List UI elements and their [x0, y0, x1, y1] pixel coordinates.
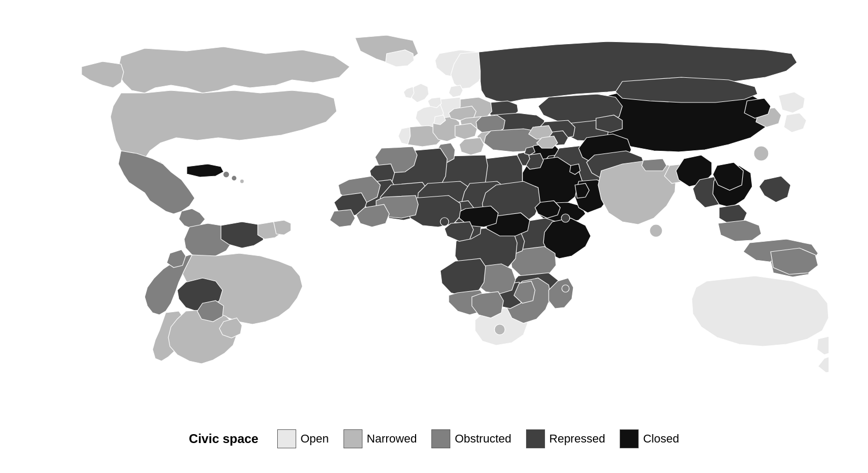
map-legend: Civic space Open Narrowed Obstructed Rep…: [189, 429, 679, 448]
open-label: Open: [300, 432, 329, 446]
legend-title: Civic space: [189, 431, 258, 446]
svg-point-6: [494, 324, 505, 335]
closed-label: Closed: [643, 432, 679, 446]
closed-swatch: [620, 429, 639, 448]
svg-point-2: [223, 171, 229, 178]
svg-point-5: [561, 214, 570, 222]
svg-point-7: [650, 224, 662, 237]
svg-point-3: [231, 176, 237, 181]
legend-item-open: Open: [277, 429, 329, 448]
legend-item-obstructed: Obstructed: [431, 429, 511, 448]
svg-point-9: [440, 218, 449, 226]
svg-point-4: [240, 179, 244, 183]
obstructed-label: Obstructed: [455, 432, 511, 446]
svg-point-8: [754, 146, 769, 161]
repressed-label: Repressed: [549, 432, 605, 446]
open-swatch: [277, 429, 296, 448]
obstructed-swatch: [431, 429, 450, 448]
legend-item-repressed: Repressed: [526, 429, 605, 448]
legend-item-closed: Closed: [620, 429, 679, 448]
svg-point-10: [562, 285, 569, 292]
narrowed-swatch: [344, 429, 362, 448]
narrowed-label: Narrowed: [367, 432, 417, 446]
world-map: .country { stroke: #ffffff; stroke-width…: [39, 25, 829, 424]
map-svg: .country { stroke: #ffffff; stroke-width…: [39, 25, 829, 424]
repressed-swatch: [526, 429, 545, 448]
legend-item-narrowed: Narrowed: [344, 429, 417, 448]
